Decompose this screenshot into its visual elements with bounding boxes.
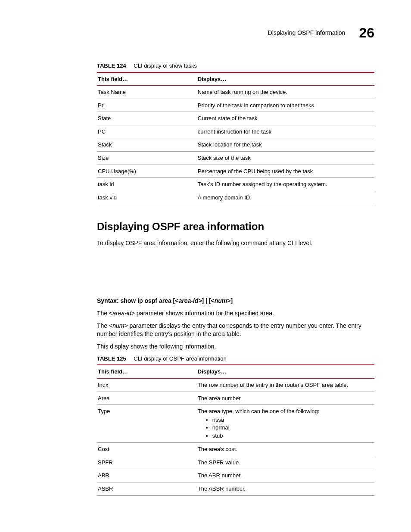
cell-field: task id: [97, 178, 197, 191]
cell-disp: Priority of the task in comparison to ot…: [197, 99, 374, 112]
cell-disp: Stack location for the task: [197, 138, 374, 152]
cell-disp: Task's ID number assigned by the operati…: [197, 178, 374, 191]
table-125-head-field: This field…: [97, 365, 197, 378]
table-row: AreaThe area number.: [97, 392, 374, 405]
cell-field: CPU Usage(%): [97, 165, 197, 178]
syntax-cmd: show ip ospf area: [120, 297, 171, 304]
paragraph-display-info: This display shows the following informa…: [97, 342, 374, 351]
table-row: task idTask's ID number assigned by the …: [97, 178, 374, 191]
table-125-label: TABLE 125: [97, 355, 126, 362]
table-124-label: TABLE 124: [97, 62, 126, 69]
table-125-title: CLI display of OSPF area information: [134, 355, 226, 362]
table-row: SizeStack size of the task: [97, 152, 374, 165]
chapter-number: 26: [359, 24, 374, 42]
syntax-bracket: >] | [<: [198, 297, 214, 304]
text: > parameter shows information for the sp…: [131, 310, 274, 317]
table-row: IndxThe row number of the entry in the r…: [97, 379, 374, 392]
list-item: stub: [212, 432, 374, 440]
syntax-arg-num: num: [215, 297, 227, 304]
syntax-bracket: >]: [227, 297, 233, 304]
table-row: StateCurrent state of the task: [97, 112, 374, 125]
cell-field: PC: [97, 125, 197, 138]
type-bullet-list: nssa normal stub: [198, 416, 374, 440]
list-item: nssa: [212, 416, 374, 424]
cell-disp: The SPFR value.: [197, 456, 374, 469]
table-124-title: CLI display of show tasks: [134, 62, 197, 69]
cell-field: Indx: [97, 379, 197, 392]
table-row: ASBRThe ABSR number.: [97, 482, 374, 495]
arg-area-id: area-id: [112, 310, 131, 317]
table-124-head-disp: Displays…: [197, 72, 374, 86]
syntax-bracket: [<: [171, 297, 179, 304]
cell-field: Size: [97, 152, 197, 165]
table-124: This field… Displays… Task NameName of t…: [97, 72, 374, 204]
table-row: Type The area type, which can be one of …: [97, 405, 374, 443]
text: > parameter displays the entry that corr…: [97, 322, 361, 337]
cell-field: task vid: [97, 191, 197, 204]
type-intro: The area type, which can be one of the f…: [198, 408, 320, 414]
blank-space: [97, 251, 374, 292]
cell-disp: The ABSR number.: [197, 482, 374, 495]
page-header: Displaying OSPF information 26: [97, 24, 374, 42]
table-row: CPU Usage(%)Percentage of the CPU being …: [97, 165, 374, 178]
cell-field: ABR: [97, 469, 197, 482]
table-row: StackStack location for the task: [97, 138, 374, 152]
syntax-line: Syntax: show ip ospf area [<area-id>] | …: [97, 297, 374, 305]
cell-field: Task Name: [97, 86, 197, 99]
cell-field: Type: [97, 405, 197, 443]
text: The <: [97, 322, 112, 329]
table-row: task vidA memory domain ID.: [97, 191, 374, 204]
paragraph-num: The <num> parameter displays the entry t…: [97, 322, 374, 338]
header-section-label: Displaying OSPF information: [268, 29, 346, 37]
arg-num: num: [112, 322, 124, 329]
table-row: PCcurrent instruction for the task: [97, 125, 374, 138]
cell-field: ASBR: [97, 482, 197, 495]
cell-disp: The area number.: [197, 392, 374, 405]
table-125-caption: TABLE 125 CLI display of OSPF area infor…: [97, 355, 374, 363]
paragraph-area-id: The <area-id> parameter shows informatio…: [97, 309, 374, 317]
cell-field: State: [97, 112, 197, 125]
cell-disp: A memory domain ID.: [197, 191, 374, 204]
cell-disp: current instruction for the task: [197, 125, 374, 138]
table-row: CostThe area's cost.: [97, 443, 374, 456]
cell-disp: Current state of the task: [197, 112, 374, 125]
list-item: normal: [212, 424, 374, 432]
text: The <: [97, 310, 112, 317]
cell-field: Pri: [97, 99, 197, 112]
cell-field: Area: [97, 392, 197, 405]
table-row: Task NameName of task running on the dev…: [97, 86, 374, 99]
page: Displaying OSPF information 26 TABLE 124…: [0, 0, 411, 522]
section-intro: To display OSPF area information, enter …: [97, 239, 374, 247]
table-row: ABRThe ABR number.: [97, 469, 374, 482]
cell-field: Stack: [97, 138, 197, 152]
cell-field: Cost: [97, 443, 197, 456]
cell-disp: Name of task running on the device.: [197, 86, 374, 99]
cell-disp: The area's cost.: [197, 443, 374, 456]
cell-disp: The area type, which can be one of the f…: [197, 405, 374, 443]
section-heading: Displaying OSPF area information: [97, 220, 374, 233]
syntax-label: Syntax:: [97, 297, 119, 304]
cell-disp: The ABR number.: [197, 469, 374, 482]
table-125-head-disp: Displays…: [197, 365, 374, 378]
cell-disp: The row number of the entry in the route…: [197, 379, 374, 392]
table-124-caption: TABLE 124 CLI display of show tasks: [97, 62, 374, 70]
table-row: SPFRThe SPFR value.: [97, 456, 374, 469]
syntax-arg-area-id: area-id: [178, 297, 198, 304]
table-124-head-field: This field…: [97, 72, 197, 86]
cell-disp: Percentage of the CPU being used by the …: [197, 165, 374, 178]
cell-disp: Stack size of the task: [197, 152, 374, 165]
cell-field: SPFR: [97, 456, 197, 469]
table-row: PriPriority of the task in comparison to…: [97, 99, 374, 112]
table-125: This field… Displays… IndxThe row number…: [97, 364, 374, 495]
